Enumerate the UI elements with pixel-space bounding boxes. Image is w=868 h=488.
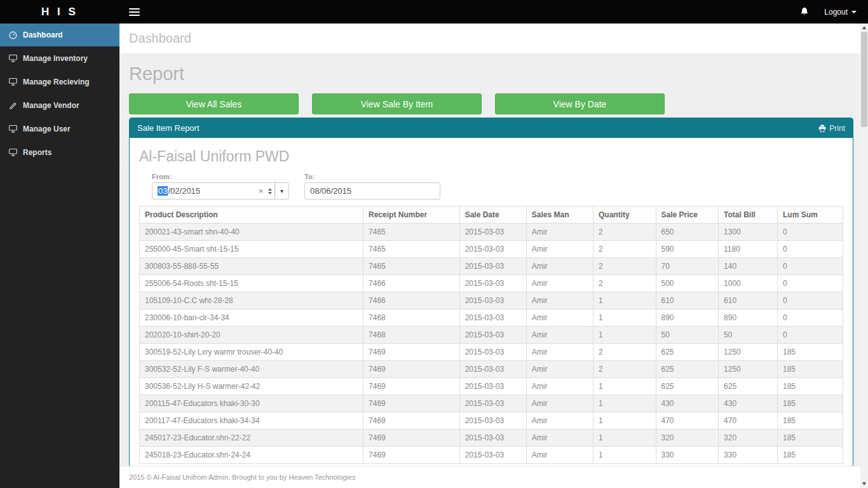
table-cell: 1 <box>593 447 656 464</box>
table-cell: 890 <box>656 309 719 327</box>
column-header: Sales Man <box>526 207 593 224</box>
monitor-icon <box>9 125 17 133</box>
print-button[interactable]: Print <box>818 124 845 133</box>
table-cell: 230006-10-ban-clr-34-34 <box>140 309 363 327</box>
page-footer: 2015 © Al-Faisal Unifrom Admin. Brought … <box>119 466 868 488</box>
table-cell: 185 <box>778 344 843 361</box>
table-cell: 200117-47-Educators khaki-34-34 <box>140 412 363 430</box>
table-cell: Amir <box>526 430 593 447</box>
top-navbar: H I S Logout <box>0 0 868 24</box>
from-date-input[interactable]: 03/02/2015 × ▾ <box>152 182 289 200</box>
scrollbar-thumb[interactable] <box>861 32 867 127</box>
table-cell: 0 <box>778 224 843 241</box>
dashboard-icon <box>9 31 17 39</box>
column-header: Receipt Number <box>363 207 460 224</box>
table-cell: 625 <box>656 361 719 378</box>
sidebar-item-reports[interactable]: Reports <box>0 141 119 165</box>
table-cell: 1 <box>593 378 656 395</box>
table-cell: 245017-23-Educator.shn-22-22 <box>140 430 363 447</box>
table-cell: 0 <box>778 241 843 258</box>
sidebar-item-dashboard[interactable]: Dashboard <box>0 24 119 47</box>
table-row: 200115-47-Educators khaki-30-3074692015-… <box>140 395 843 412</box>
table-row: 200117-47-Educators khaki-34-3474692015-… <box>140 412 843 430</box>
table-cell: 7465 <box>363 241 460 258</box>
table-cell: Amir <box>526 292 593 309</box>
table-cell: 2015-03-03 <box>459 361 526 378</box>
table-cell: Amir <box>526 447 593 464</box>
table-cell: 300803-55-888-55-55 <box>140 258 363 275</box>
sidebar-item-manage-inventory[interactable]: Manage Inventory <box>0 47 119 71</box>
selected-date-segment: 03 <box>158 186 168 196</box>
scroll-up-arrow-icon[interactable] <box>860 24 868 32</box>
brand-logo[interactable]: H I S <box>0 0 119 24</box>
table-row: 230006-10-ban-clr-34-3474682015-03-03Ami… <box>140 309 843 327</box>
table-cell: 255006-54-Roots sht-15-15 <box>140 275 363 292</box>
view-sale-by-item-button[interactable]: View Sale By Item <box>312 93 482 114</box>
table-cell: 330 <box>719 447 778 464</box>
table-cell: Amir <box>526 327 593 344</box>
to-date-input[interactable]: 08/06/2015 <box>304 182 440 200</box>
panel-title: Sale Item Report <box>137 123 200 133</box>
date-stepper[interactable] <box>266 188 275 194</box>
logout-menu[interactable]: Logout <box>818 0 868 24</box>
table-cell: 7466 <box>363 275 460 292</box>
table-cell: 2015-03-03 <box>459 241 526 258</box>
table-cell: 185 <box>778 430 843 447</box>
sidebar: Dashboard Manage Inventory Manage Reciev… <box>0 24 119 488</box>
view-by-date-button[interactable]: View By Date <box>495 93 665 114</box>
scroll-down-arrow-icon[interactable] <box>860 480 868 488</box>
sidebar-item-manage-recieving[interactable]: Manage Recieving <box>0 71 119 94</box>
table-cell: 7469 <box>363 361 460 378</box>
sidebar-item-manage-user[interactable]: Manage User <box>0 118 119 141</box>
table-cell: 2015-03-03 <box>459 447 526 464</box>
table-cell: 7469 <box>363 344 460 361</box>
step-down-icon <box>268 192 272 194</box>
sidebar-item-label: Manage User <box>23 125 71 133</box>
table-cell: Amir <box>526 258 593 275</box>
table-cell: 185 <box>778 361 843 378</box>
column-header: Sale Date <box>459 207 526 224</box>
main-layout: Dashboard Manage Inventory Manage Reciev… <box>0 24 868 488</box>
hamburger-icon <box>129 15 140 16</box>
column-header: Product Description <box>140 207 363 224</box>
table-cell: Amir <box>526 344 593 361</box>
clear-icon[interactable]: × <box>256 187 266 196</box>
sidebar-item-label: Manage Inventory <box>23 54 88 63</box>
table-cell: 300519-52-Lily Lxry warmr trouser-40-40 <box>140 344 363 361</box>
table-cell: 200115-47-Educators khaki-30-30 <box>140 395 363 412</box>
table-cell: Amir <box>526 412 593 430</box>
sidebar-item-label: Reports <box>23 148 51 157</box>
table-cell: 7468 <box>363 327 460 344</box>
vertical-scrollbar[interactable] <box>860 24 868 488</box>
table-cell: 7469 <box>363 412 460 430</box>
table-cell: 202020-10-shirt-20-20 <box>140 327 363 344</box>
table-cell: 610 <box>719 292 778 309</box>
table-cell: 0 <box>778 309 843 327</box>
notifications-button[interactable] <box>791 0 818 24</box>
sidebar-item-manage-vendor[interactable]: Manage Vendor <box>0 94 119 118</box>
table-row: 200021-43-smart shn-40-4074652015-03-03A… <box>140 224 843 241</box>
sale-item-report-table: Product DescriptionReceipt NumberSale Da… <box>139 206 843 464</box>
table-cell: 7465 <box>363 258 460 275</box>
sidebar-item-label: Manage Recieving <box>23 78 90 86</box>
sidebar-toggle-button[interactable] <box>119 0 149 24</box>
table-cell: 470 <box>719 412 778 430</box>
monitor-icon <box>9 55 17 62</box>
table-cell: 590 <box>656 241 719 258</box>
table-cell: 185 <box>778 447 843 464</box>
table-cell: 890 <box>719 309 778 327</box>
table-row: 300803-55-888-55-5574652015-03-03Amir270… <box>140 258 843 275</box>
table-cell: 1 <box>593 412 656 430</box>
edit-pencil-icon <box>9 102 17 110</box>
table-cell: 500 <box>656 275 719 292</box>
table-cell: 2015-03-03 <box>459 412 526 430</box>
table-cell: 70 <box>656 258 719 275</box>
table-cell: 245018-23-Educator.shn-24-24 <box>140 447 363 464</box>
table-cell: 185 <box>778 412 843 430</box>
table-cell: 2 <box>593 275 656 292</box>
sidebar-menu: Dashboard Manage Inventory Manage Reciev… <box>0 24 119 165</box>
calendar-dropdown-icon[interactable]: ▾ <box>275 183 288 199</box>
table-cell: 300536-52-Lily H-S warmer-42-42 <box>140 378 363 395</box>
table-cell: 0 <box>778 258 843 275</box>
view-all-sales-button[interactable]: View All Sales <box>129 93 299 114</box>
